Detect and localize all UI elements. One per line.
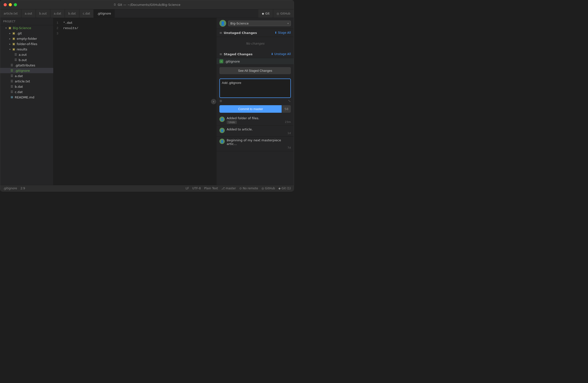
collapse-panel-button[interactable]: › xyxy=(211,99,216,104)
sidebar-item-big-science[interactable]: ▾ ▣ Big-Science xyxy=(0,25,53,31)
history-item-2[interactable]: 👤 Beginning of my next masterpiece artic… xyxy=(216,137,294,151)
tab-adat[interactable]: a.dat xyxy=(50,9,65,18)
file-icon-bdat: ☰ xyxy=(10,85,14,89)
expand-textarea-icon[interactable]: ⤡ xyxy=(288,99,291,103)
sidebar-item-cdat[interactable]: ☰ c.dat xyxy=(0,89,53,94)
staged-section-title: Staged Changes xyxy=(224,52,271,56)
editor-line-2: 2 results/ xyxy=(54,26,216,31)
sidebar-item-folder-of-files[interactable]: ▸ ▣ folder-of-files xyxy=(0,41,53,46)
tree-label-readme: README.md xyxy=(15,95,53,99)
repo-avatar: 👤 xyxy=(219,20,226,27)
editor-line-1: 1 *.dat xyxy=(54,20,216,26)
file-icon-article: ☰ xyxy=(10,79,14,83)
line-number-1: 1 xyxy=(54,20,63,26)
history-msg-1: Added to article. xyxy=(227,128,291,131)
tree-label-git: .git xyxy=(17,31,53,35)
tree-label-empty-folder: empty-folder xyxy=(17,37,53,41)
repo-select[interactable]: Big-Science ▾ xyxy=(228,21,291,26)
sidebar-item-results[interactable]: ▾ ▣ results xyxy=(0,46,53,52)
git-tab-icon: ◆ xyxy=(262,12,264,15)
status-no-remote[interactable]: ⊙ No remote xyxy=(239,187,258,190)
branch-icon: ⎇ xyxy=(221,187,225,190)
file-icon-gitignore: ☰ xyxy=(10,68,14,72)
sidebar-item-aout[interactable]: ☰ a.out xyxy=(0,52,53,57)
status-github[interactable]: ◎ GitHub xyxy=(262,187,275,190)
sidebar-header: Project xyxy=(0,18,53,25)
sidebar-item-git[interactable]: ▸ ▣ .git xyxy=(0,31,53,36)
no-changes-text: No changes xyxy=(216,37,294,50)
status-branch[interactable]: ⎇ master xyxy=(221,187,236,190)
tree-arrow-git: ▸ xyxy=(8,32,12,35)
minimize-button[interactable] xyxy=(9,3,12,6)
commit-to-master-button[interactable]: Commit to master xyxy=(219,105,282,113)
tree-label-gitignore: .gitignore xyxy=(15,69,53,72)
status-git-changes[interactable]: ◆ Git (1) xyxy=(278,187,291,190)
line-content-2: results/ xyxy=(63,26,78,31)
tree-arrow-results: ▾ xyxy=(8,48,12,51)
traffic-lights xyxy=(4,3,17,6)
sidebar-item-bout[interactable]: ☰ b.out xyxy=(0,57,53,63)
staged-file-gitignore[interactable]: + .gitignore xyxy=(216,58,294,65)
status-language[interactable]: Plain Text xyxy=(204,187,218,190)
sidebar-item-adat[interactable]: ☰ a.dat xyxy=(0,73,53,79)
editor-line-3: 3 xyxy=(54,31,216,36)
sidebar-item-bdat[interactable]: ☰ b.dat xyxy=(0,84,53,89)
status-bar: .gitignore 2:9 LF UTF-8 Plain Text ⎇ mas… xyxy=(0,185,294,191)
file-icon-cdat: ☰ xyxy=(10,90,14,94)
window-title: 🗒 Git — ~/Documents/GitHub/Big-Science xyxy=(114,3,180,6)
status-line-ending[interactable]: LF xyxy=(186,187,189,190)
sidebar-item-readme[interactable]: ⊞ README.md xyxy=(0,94,53,100)
tab-bout[interactable]: b.out xyxy=(36,9,50,18)
unstage-all-icon: ⬇ xyxy=(271,52,273,56)
tab-github[interactable]: ◎ GitHub xyxy=(273,9,294,18)
history-content-2: Beginning of my next masterpiece artic… … xyxy=(227,138,291,149)
stage-all-icon: ⬆ xyxy=(275,31,277,34)
maximize-button[interactable] xyxy=(14,3,17,6)
unstaged-section-title: Unstaged Changes xyxy=(224,31,275,35)
tab-bdat[interactable]: b.dat xyxy=(65,9,80,18)
history-time-1: 1d xyxy=(288,132,291,135)
tab-aout[interactable]: a.out xyxy=(21,9,36,18)
git-status-icon: ◆ xyxy=(278,187,281,190)
unstage-all-button[interactable]: ⬇ Unstage All xyxy=(271,52,291,56)
history-meta-1: 1d xyxy=(227,132,291,135)
tree-arrow-empty-folder: ▸ xyxy=(8,37,12,40)
close-button[interactable] xyxy=(4,3,7,6)
tab-git[interactable]: ◆ Git xyxy=(258,9,273,18)
commit-count-badge: 58 xyxy=(282,105,291,113)
tree-label-article: article.txt xyxy=(15,80,53,83)
unstaged-section-icon: ≡ xyxy=(219,31,222,35)
git-panel: 👤 Big-Science ▾ ≡ Unstaged Changes ⬆ Sta… xyxy=(216,18,294,185)
sidebar-item-article-txt[interactable]: ☰ article.txt xyxy=(0,79,53,84)
history-content-0: Added folder of files. Undo 23m xyxy=(227,116,291,124)
sidebar-item-gitattributes[interactable]: ☰ .gitattributes xyxy=(0,63,53,68)
undo-button-0[interactable]: Undo xyxy=(227,120,237,124)
add-coauthor-icon[interactable]: ⊕ xyxy=(219,99,222,103)
sidebar-item-gitignore[interactable]: ☰ .gitignore xyxy=(0,68,53,73)
tab-bar: article.txt a.out b.out a.dat b.dat c.da… xyxy=(0,9,294,18)
commit-message-input[interactable] xyxy=(219,79,291,98)
file-icon-aout: ☰ xyxy=(14,53,18,56)
commit-button-row: Commit to master 58 xyxy=(219,105,291,113)
github-tab-icon: ◎ xyxy=(276,12,279,15)
history-item-1[interactable]: 👤 Added to article. 1d xyxy=(216,126,294,137)
history-avatar-1: 👤 xyxy=(219,128,225,133)
tree-label-gitattributes: .gitattributes xyxy=(15,64,53,67)
sidebar-item-empty-folder[interactable]: ▸ ▣ empty-folder xyxy=(0,36,53,41)
history-list: 👤 Added folder of files. Undo 23m 👤 Adde… xyxy=(216,115,294,185)
tree-label-bdat: b.dat xyxy=(15,85,53,89)
see-all-staged-button[interactable]: See All Staged Changes xyxy=(219,67,291,74)
file-icon-readme: ⊞ xyxy=(10,95,14,99)
tab-article-txt[interactable]: article.txt xyxy=(0,9,21,18)
chevron-down-icon: ▾ xyxy=(288,22,289,25)
tab-cdat[interactable]: c.dat xyxy=(80,9,94,18)
stage-all-button[interactable]: ⬆ Stage All xyxy=(275,31,291,34)
history-item-0[interactable]: 👤 Added folder of files. Undo 23m xyxy=(216,115,294,126)
line-number-3: 3 xyxy=(54,31,63,36)
folder-icon-empty-folder: ▣ xyxy=(12,37,16,41)
status-cursor: 2:9 xyxy=(20,187,25,190)
editor-content[interactable]: 1 *.dat 2 results/ 3 xyxy=(54,18,216,185)
tab-gitignore[interactable]: .gitignore xyxy=(94,9,115,18)
status-encoding[interactable]: UTF-8 xyxy=(192,187,201,190)
staged-section-icon: ≡ xyxy=(219,52,222,56)
